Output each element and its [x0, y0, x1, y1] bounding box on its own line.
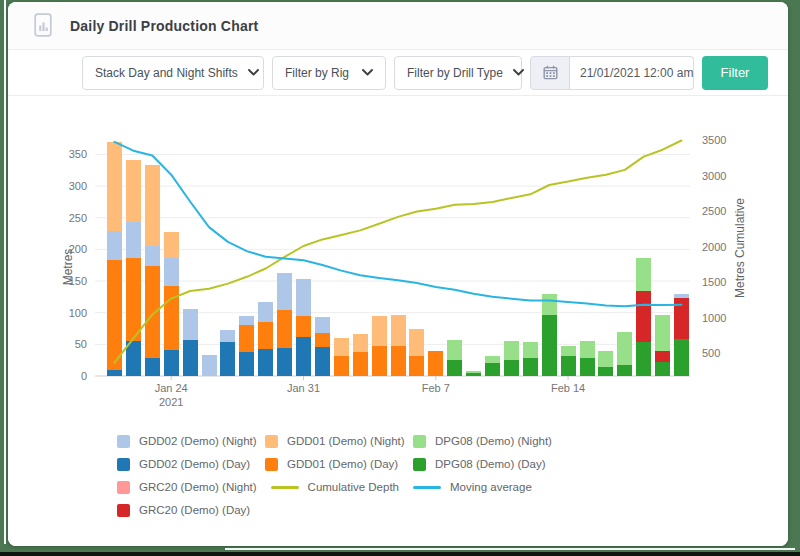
- legend-item-gdd02_night[interactable]: GDD02 (Demo) (Night): [117, 435, 265, 448]
- y-axis-right-tick-label: 1000: [702, 312, 726, 324]
- bar-segment-dpg08_night: [542, 294, 557, 316]
- bar-segment-dpg08_night: [485, 356, 500, 363]
- drill-type-filter-select[interactable]: Filter by Drill Type: [394, 56, 522, 90]
- bar-segment-gdd01_night: [334, 338, 349, 356]
- legend-item-dpg08_night[interactable]: DPG08 (Demo) (Night): [413, 435, 561, 448]
- chart-canvas: 0501001502002503003505001000150020002500…: [8, 96, 788, 432]
- date-range-picker[interactable]: 21/01/2021 12:00 am -: [530, 56, 694, 90]
- bar-segment-gdd02_day: [164, 350, 179, 376]
- bar-segment-dpg08_night: [580, 341, 595, 358]
- bar-segment-dpg08_night: [523, 342, 538, 358]
- legend-label: Cumulative Depth: [308, 481, 399, 493]
- bar-segment-gdd02_night: [239, 316, 254, 325]
- bar-segment-dpg08_night: [447, 340, 462, 360]
- y-axis-left-tick-label: 350: [69, 148, 87, 160]
- bar-segment-gdd01_day: [315, 333, 330, 347]
- legend-item-cumulative[interactable]: Cumulative Depth: [271, 481, 399, 493]
- bar-segment-gdd02_night: [126, 222, 141, 258]
- chevron-down-icon: [513, 69, 524, 76]
- bar-segment-dpg08_day: [466, 373, 481, 376]
- bar-segment-grc20_day: [655, 351, 670, 362]
- y-axis-right-tick-label: 2000: [702, 241, 726, 253]
- bar-segment-gdd01_night: [409, 329, 424, 357]
- y-axis-left-tick-label: 100: [69, 307, 87, 319]
- bar-segment-grc20_day: [674, 298, 689, 339]
- y-axis-right-tick-label: 500: [702, 347, 720, 359]
- bar-segment-gdd01_day: [353, 352, 368, 376]
- bar-segment-dpg08_day: [655, 362, 670, 376]
- chart-area: 0501001502002503003505001000150020002500…: [8, 96, 788, 546]
- grc20_day-swatch: [117, 504, 130, 517]
- x-axis-tick-label: Feb 7: [422, 382, 450, 394]
- bar-segment-gdd01_day: [391, 346, 406, 376]
- card-header: Daily Drill Production Chart: [8, 2, 788, 50]
- legend-item-gdd02_day[interactable]: GDD02 (Demo) (Day): [117, 458, 265, 471]
- bottom-edge: [0, 552, 800, 556]
- legend-label: GDD02 (Demo) (Day): [139, 458, 250, 470]
- bar-segment-gdd02_night: [202, 355, 217, 376]
- bar-segment-dpg08_day: [542, 315, 557, 376]
- legend-item-dpg08_day[interactable]: DPG08 (Demo) (Day): [413, 458, 561, 471]
- bar-segment-grc20_day: [636, 291, 651, 343]
- legend-label: Moving average: [450, 481, 532, 493]
- bar-segment-dpg08_day: [447, 360, 462, 376]
- toolbar: Stack Day and Night Shifts Filter by Rig…: [8, 50, 788, 96]
- y-axis-left-tick-label: 300: [69, 180, 87, 192]
- calendar-icon[interactable]: [530, 56, 570, 90]
- bar-segment-dpg08_night: [504, 341, 519, 359]
- gdd02_day-swatch: [117, 458, 130, 471]
- y-axis-right-tick-label: 1500: [702, 276, 726, 288]
- bar-segment-gdd01_day: [334, 356, 349, 376]
- bar-segment-dpg08_day: [523, 358, 538, 376]
- bar-segment-gdd02_night: [145, 246, 160, 266]
- y-axis-right-tick-label: 2500: [702, 205, 726, 217]
- bar-segment-gdd02_night: [315, 317, 330, 333]
- stack-shifts-select-value: Stack Day and Night Shifts: [95, 66, 238, 80]
- bar-segment-gdd02_day: [239, 352, 254, 376]
- bar-segment-gdd01_day: [296, 316, 311, 337]
- rig-filter-select[interactable]: Filter by Rig: [272, 56, 386, 90]
- legend-row: GDD02 (Demo) (Day)GDD01 (Demo) (Day)DPG0…: [117, 456, 561, 472]
- legend-item-moving_avg[interactable]: Moving average: [413, 481, 532, 493]
- bar-segment-dpg08_night: [617, 332, 632, 365]
- legend-label: GDD01 (Demo) (Night): [287, 435, 405, 447]
- legend-item-gdd01_day[interactable]: GDD01 (Demo) (Day): [265, 458, 413, 471]
- bar-segment-dpg08_day: [580, 358, 595, 376]
- bar-segment-gdd01_night: [107, 142, 122, 231]
- legend-label: GDD01 (Demo) (Day): [287, 458, 398, 470]
- bar-segment-gdd02_night: [107, 231, 122, 260]
- bar-segment-dpg08_day: [674, 339, 689, 376]
- bottom-divider-line: [225, 548, 795, 550]
- chart-card: Daily Drill Production Chart Stack Day a…: [8, 2, 788, 546]
- bar-segment-gdd01_day: [277, 310, 292, 348]
- bar-segment-dpg08_day: [561, 356, 576, 376]
- date-range-value: 21/01/2021 12:00 am -: [570, 56, 694, 90]
- filter-button[interactable]: Filter: [702, 56, 768, 90]
- bar-segment-dpg08_night: [561, 346, 576, 356]
- legend-row: GDD02 (Demo) (Night)GDD01 (Demo) (Night)…: [117, 433, 561, 449]
- legend-item-grc20_night[interactable]: GRC20 (Demo) (Night): [117, 481, 257, 494]
- bar-segment-gdd01_day: [372, 346, 387, 376]
- bar-segment-gdd01_day: [409, 356, 424, 376]
- bar-segment-gdd02_night: [164, 258, 179, 286]
- dpg08_night-swatch: [413, 435, 426, 448]
- y-axis-right-tick-label: 3000: [702, 170, 726, 182]
- bar-segment-gdd02_day: [183, 340, 198, 376]
- bar-segment-gdd01_night: [164, 232, 179, 258]
- bar-segment-gdd01_day: [239, 325, 254, 352]
- grc20_night-swatch: [117, 481, 130, 494]
- bar-segment-gdd01_day: [126, 258, 141, 342]
- legend-item-grc20_day[interactable]: GRC20 (Demo) (Day): [117, 504, 250, 517]
- x-axis-tick-label: Jan 31: [287, 382, 320, 394]
- bar-segment-gdd02_day: [277, 348, 292, 376]
- bar-segment-gdd02_night: [277, 273, 292, 310]
- bar-segment-gdd01_day: [107, 260, 122, 370]
- bar-segment-gdd02_night: [220, 330, 235, 341]
- legend-row: GRC20 (Demo) (Night)Cumulative DepthMovi…: [117, 479, 561, 495]
- bar-segment-dpg08_night: [598, 351, 613, 367]
- bar-segment-gdd02_night: [183, 309, 198, 340]
- gdd01_day-swatch: [265, 458, 278, 471]
- stack-shifts-select[interactable]: Stack Day and Night Shifts: [82, 56, 264, 90]
- legend-item-gdd01_night[interactable]: GDD01 (Demo) (Night): [265, 435, 413, 448]
- legend-label: GRC20 (Demo) (Day): [139, 504, 250, 516]
